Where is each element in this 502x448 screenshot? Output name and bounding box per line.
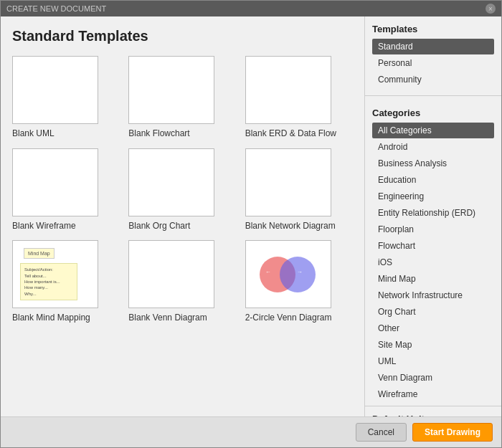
template-thumb-blank-mindmap[interactable]: Mind Map Subject/Action: Tell about... H… xyxy=(12,240,98,308)
template-item-blank-flowchart: Blank Flowchart xyxy=(128,56,236,140)
categories-section: Categories All CategoriesAndroidBusiness… xyxy=(365,100,501,406)
template-item-blank-wireframe: Blank Wireframe xyxy=(12,148,120,232)
sidebar-category-item[interactable]: Business Analysis xyxy=(372,156,494,171)
template-label-blank-erd: Blank ERD & Data Flow xyxy=(245,128,336,140)
template-thumb-blank-flowchart[interactable] xyxy=(128,56,214,124)
sidebar-category-item[interactable]: Wireframe xyxy=(372,386,494,402)
title-bar-label: CREATE NEW DOCUMENT xyxy=(6,4,106,13)
template-label-blank-venn: Blank Venn Diagram xyxy=(128,313,207,324)
template-item-blank-mindmap: Mind Map Subject/Action: Tell about... H… xyxy=(12,240,120,324)
dialog-body: Standard Templates Blank UML Blank Flowc… xyxy=(1,16,501,416)
default-units-section: Default Units InchesCentimeters xyxy=(365,406,501,416)
template-thumb-blank-erd[interactable] xyxy=(245,56,331,124)
template-label-blank-org: Blank Org Chart xyxy=(128,221,190,232)
title-bar: CREATE NEW DOCUMENT × xyxy=(1,1,501,16)
template-label-2circle-venn: 2-Circle Venn Diagram xyxy=(245,313,332,324)
venn-right-label: → xyxy=(297,269,303,275)
sidebar-category-item[interactable]: Android xyxy=(372,139,494,155)
templates-section-title: Templates xyxy=(372,24,494,34)
template-thumb-blank-network[interactable] xyxy=(245,148,331,216)
category-list: All CategoriesAndroidBusiness AnalysisEd… xyxy=(372,123,494,402)
sidebar-category-item[interactable]: Network Infrastructure xyxy=(372,287,494,303)
template-label-blank-flowchart: Blank Flowchart xyxy=(128,128,189,140)
sidebar-category-item[interactable]: All Categories xyxy=(372,123,494,138)
sidebar-category-item[interactable]: iOS xyxy=(372,254,494,270)
sidebar-template-item[interactable]: Standard xyxy=(372,39,494,54)
template-scroll-area[interactable]: Standard Templates Blank UML Blank Flowc… xyxy=(1,16,364,416)
templates-section: Templates StandardPersonalCommunity xyxy=(365,16,501,91)
sidebar-category-item[interactable]: Floorplan xyxy=(372,221,494,237)
sticky-note: Subject/Action: Tell about... How import… xyxy=(20,263,77,300)
main-panel: Standard Templates Blank UML Blank Flowc… xyxy=(1,16,365,416)
venn-diagram-preview: ← → xyxy=(260,253,317,296)
close-button[interactable]: × xyxy=(486,4,496,14)
cancel-button[interactable]: Cancel xyxy=(356,423,407,442)
template-grid: Blank UML Blank Flowchart Blank ERD & Da… xyxy=(12,56,353,324)
sidebar-divider-1 xyxy=(365,95,501,96)
template-item-blank-erd: Blank ERD & Data Flow xyxy=(245,56,353,140)
template-item-blank-org: Blank Org Chart xyxy=(128,148,236,232)
section-title: Standard Templates xyxy=(12,28,353,44)
template-thumb-blank-uml[interactable] xyxy=(12,56,98,124)
template-thumb-blank-venn[interactable] xyxy=(128,240,214,308)
start-drawing-button[interactable]: Start Drawing xyxy=(412,423,493,442)
sidebar-category-item[interactable]: Education xyxy=(372,172,494,188)
template-label-blank-wireframe: Blank Wireframe xyxy=(12,221,76,232)
sidebar-category-item[interactable]: Other xyxy=(372,320,494,336)
template-label-blank-uml: Blank UML xyxy=(12,128,55,140)
template-label-blank-network: Blank Network Diagram xyxy=(245,221,336,232)
template-item-blank-venn: Blank Venn Diagram xyxy=(128,240,236,324)
footer: Cancel Start Drawing xyxy=(1,416,501,447)
mindmap-label: Mind Map xyxy=(24,248,55,259)
sidebar-category-item[interactable]: Engineering xyxy=(372,189,494,204)
template-type-list: StandardPersonalCommunity xyxy=(372,39,494,87)
sidebar-category-item[interactable]: Entity Relationship (ERD) xyxy=(372,205,494,221)
venn-left-label: ← xyxy=(265,269,271,275)
sidebar-category-item[interactable]: Flowchart xyxy=(372,238,494,254)
template-item-blank-uml: Blank UML xyxy=(12,56,120,140)
template-label-blank-mindmap: Blank Mind Mapping xyxy=(12,313,90,324)
sidebar-category-item[interactable]: Mind Map xyxy=(372,271,494,287)
sidebar-category-item[interactable]: Venn Diagram xyxy=(372,370,494,386)
sidebar-category-item[interactable]: UML xyxy=(372,353,494,369)
sidebar-category-item[interactable]: Site Map xyxy=(372,337,494,353)
sidebar-template-item[interactable]: Personal xyxy=(372,55,494,71)
sidebar: Templates StandardPersonalCommunity Cate… xyxy=(365,16,501,416)
sidebar-category-item[interactable]: Org Chart xyxy=(372,304,494,320)
template-thumb-2circle-venn[interactable]: ← → xyxy=(245,240,331,308)
template-item-2circle-venn: ← → 2-Circle Venn Diagram xyxy=(245,240,353,324)
sidebar-template-item[interactable]: Community xyxy=(372,72,494,87)
template-item-blank-network: Blank Network Diagram xyxy=(245,148,353,232)
create-document-dialog: CREATE NEW DOCUMENT × Standard Templates… xyxy=(0,0,502,448)
template-thumb-blank-wireframe[interactable] xyxy=(12,148,98,216)
categories-section-title: Categories xyxy=(372,108,494,118)
template-thumb-blank-org[interactable] xyxy=(128,148,214,216)
